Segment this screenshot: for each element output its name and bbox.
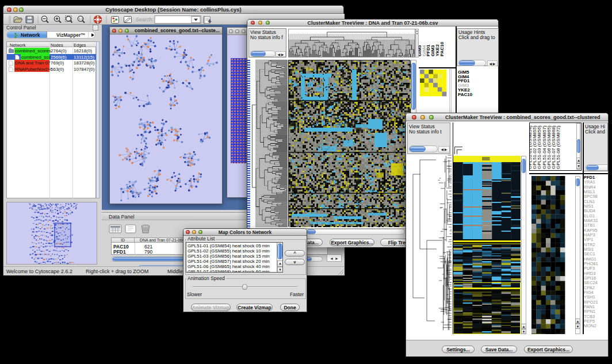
svg-text:GPL51-08 (GSM872): GPL51-08 (GSM872) bbox=[556, 125, 561, 169]
svg-text:Search:: Search: bbox=[136, 17, 154, 22]
svg-text:PAC10: PAC10 bbox=[439, 41, 445, 56]
svg-text:1:1: 1:1 bbox=[79, 17, 83, 21]
